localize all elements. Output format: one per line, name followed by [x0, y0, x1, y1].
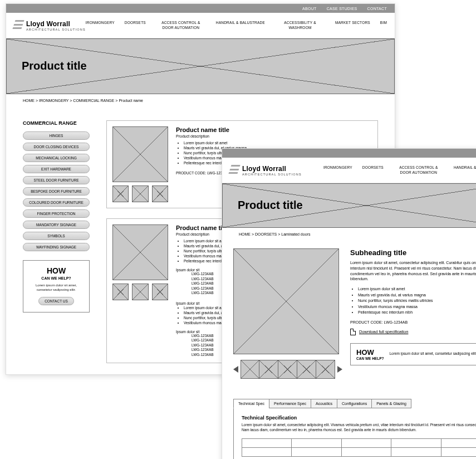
sidebar-item[interactable]: MECHANICAL LOCKING [23, 154, 90, 162]
main-nav: IRONMONGERY DOORSETS ACCESS CONTROL & DO… [86, 21, 387, 30]
logo-icon [228, 165, 240, 174]
product-image-placeholder [112, 126, 168, 182]
sidebar-item[interactable]: EXIT HARDWARE [23, 165, 90, 173]
utility-nav: ABOUT CASE STUDIES CONTACT [6, 4, 395, 13]
list-item: Lorem ipsum dolor sit amet [184, 140, 253, 145]
spec-body: Lorem ipsum dolor sit amet, consectetur … [242, 423, 476, 433]
list-item: Mauris vel gravida dui, at varius magna [358, 292, 476, 299]
sidebar: COMMERCIAL RANGE HINGESDOOR CLOSING DEVI… [23, 110, 90, 363]
brand-name: Lloyd Worrall [242, 165, 302, 173]
nav-bim[interactable]: BIM [380, 21, 387, 30]
hero-title: Product title [238, 199, 303, 212]
thumb-placeholder[interactable] [112, 185, 129, 202]
sidebar-item[interactable]: STEEL DOOR FURNITURE [23, 176, 90, 184]
tab[interactable]: Acoustics [311, 399, 337, 408]
nav-doorsets[interactable]: DOORSETS [125, 21, 146, 30]
help-sub: CAN WE HELP? [356, 357, 384, 360]
sidebar-item[interactable]: HINGES [23, 131, 90, 140]
wireframe-b: Lloyd Worrall ARCHITECTURAL SOLUTIONS IR… [222, 148, 476, 459]
spec-table [242, 438, 476, 457]
tab[interactable]: Technical Spec [233, 399, 269, 408]
thumb-placeholder[interactable] [259, 360, 278, 379]
help-sub: CAN WE HELP? [28, 276, 85, 280]
hero-title: Product title [22, 60, 87, 72]
help-box: HOW CAN WE HELP? Lorem ipsum dolor sit a… [23, 260, 90, 312]
thumb-placeholder[interactable] [112, 284, 129, 300]
sidebar-title: COMMERCIAL RANGE [23, 120, 90, 126]
list-item: Nunc porttitor, turpis ultricies mattis … [358, 298, 476, 304]
nav-washroom[interactable]: ACCESSIBILITY & WASHROOM [275, 21, 325, 30]
list-item: Lorem ipsum dolor sit amet [358, 286, 476, 292]
nav-cases[interactable]: CASE STUDIES [327, 7, 357, 11]
nav-ironmongery[interactable]: IRONMONGERY [323, 165, 352, 174]
tabs: Technical SpecPerformance SpecAcousticsC… [233, 399, 476, 408]
spec-title: Technical Specification [242, 415, 476, 421]
detail-title: Subheading title [350, 248, 476, 257]
sidebar-item[interactable]: DOOR CLOSING DEVICES [23, 143, 90, 151]
product-image-placeholder [233, 248, 339, 354]
nav-doorsets[interactable]: DOORSETS [362, 165, 384, 174]
nav-ironmongery[interactable]: IRONMONGERY [86, 21, 115, 30]
help-blurb: Lorem ipsum dolor sit amet, consetetur s… [389, 351, 476, 356]
help-blurb: Lorem ipsum dolor sit amet, consetetur s… [28, 284, 85, 292]
nav-access[interactable]: ACCESS CONTROL & DOOR AUTOMATION [156, 21, 206, 30]
product-title: Product name title [176, 126, 253, 133]
thumb-placeholder[interactable] [132, 284, 148, 300]
thumb-placeholder[interactable] [297, 360, 316, 379]
sidebar-item[interactable]: SYMBOLS [23, 232, 90, 240]
brand-tagline: ARCHITECTURAL SOLUTIONS [26, 28, 86, 31]
help-how: HOW [356, 348, 384, 357]
hero-b: Product title [222, 183, 476, 228]
nav-contact[interactable]: CONTACT [367, 7, 387, 11]
thumb-placeholder[interactable] [132, 185, 148, 202]
thumb-placeholder[interactable] [152, 284, 168, 300]
thumb-placeholder[interactable] [278, 360, 297, 379]
brand-tagline: ARCHITECTURAL SOLUTIONS [242, 173, 302, 176]
download-spec-label: Download full specification [359, 329, 408, 334]
carousel-next-icon[interactable] [337, 366, 342, 373]
product-desc-label: Product description [176, 134, 253, 138]
detail-lead: Lorem ipsum dolor sit amet, consectetur … [350, 260, 476, 282]
thumb-placeholder[interactable] [316, 360, 335, 379]
list-item: Pellentesque nec interdum nibh [358, 310, 476, 316]
sidebar-item[interactable]: WAYFINDING SIGNAGE [23, 243, 90, 251]
sidebar-item[interactable]: BESPOKE DOOR FURNITURE [23, 187, 90, 196]
utility-nav [222, 149, 476, 158]
carousel-prev-icon[interactable] [233, 366, 238, 373]
tab[interactable]: Performance Spec [269, 399, 311, 408]
logo[interactable]: Lloyd Worrall ARCHITECTURAL SOLUTIONS [230, 165, 302, 176]
tab[interactable]: Panels & Glazing [371, 399, 411, 408]
nav-about[interactable]: ABOUT [302, 7, 317, 11]
list-item: Vestibulum rhoncus magna massa [358, 304, 476, 310]
product-image-placeholder [112, 224, 168, 280]
nav-market[interactable]: MARKET SECTORS [335, 21, 370, 30]
brand-name: Lloyd Worrall [26, 20, 86, 28]
logo-icon [12, 20, 24, 29]
nav-handrail[interactable]: HANDRAIL & BALUSTRADE [454, 165, 476, 174]
product-code: PRODUCT CODE: LWG-1234AB [350, 320, 476, 324]
document-icon [350, 329, 356, 335]
sidebar-item[interactable]: MANDATORY SIGNAGE [23, 221, 90, 229]
logo[interactable]: Lloyd Worrall ARCHITECTURAL SOLUTIONS [14, 20, 86, 31]
breadcrumb[interactable]: HOME > DOORSETS > Laminated doors [222, 228, 476, 241]
help-how: HOW [28, 266, 85, 275]
help-box: HOW CAN WE HELP? Lorem ipsum dolor sit a… [350, 343, 476, 365]
main-nav: IRONMONGERY DOORSETS ACCESS CONTROL & DO… [323, 165, 476, 174]
tab-panel: Technical Specification Lorem ipsum dolo… [233, 408, 476, 459]
contact-us-button[interactable]: CONTACT US [38, 297, 74, 305]
nav-access[interactable]: ACCESS CONTROL & DOOR AUTOMATION [394, 165, 444, 174]
breadcrumb[interactable]: HOME > IRONMONGERY > COMMERCIAL RANGE > … [6, 94, 395, 107]
thumb-placeholder[interactable] [152, 185, 168, 202]
sidebar-item[interactable]: COLOURED DOOR FURNITURE [23, 198, 90, 207]
sidebar-item[interactable]: FINGER PROTECTION [23, 209, 90, 218]
nav-handrail[interactable]: HANDRAIL & BALUSTRADE [216, 21, 265, 30]
tab[interactable]: Configurations [337, 399, 372, 408]
hero-a: Product title [6, 38, 395, 94]
thumb-placeholder[interactable] [241, 360, 259, 379]
download-spec-link[interactable]: Download full specification [350, 329, 476, 335]
